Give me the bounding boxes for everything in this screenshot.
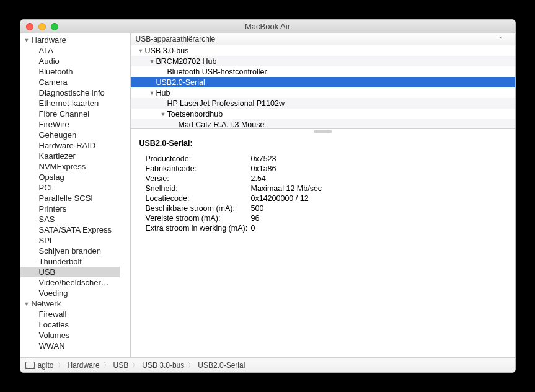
- disclosure-triangle-icon[interactable]: ▼: [138, 48, 145, 54]
- detail-key: Beschikbare stroom (mA):: [139, 203, 251, 213]
- breadcrumb-part[interactable]: USB2.0-Serial: [198, 361, 245, 370]
- tree-row[interactable]: ▼BRCM20702 Hub: [131, 56, 515, 66]
- sidebar-item[interactable]: FireWire: [20, 119, 120, 130]
- detail-key: Vereiste stroom (mA):: [139, 213, 251, 223]
- sidebar-category-label: Netwerk: [32, 299, 61, 308]
- detail-value: 2.54: [251, 174, 266, 184]
- sidebar-item[interactable]: Opslag: [20, 172, 120, 182]
- tree-row[interactable]: ▼Toetsenbordhub: [131, 109, 515, 119]
- minimize-icon[interactable]: [38, 23, 46, 30]
- detail-row: Locatiecode:0x14200000 / 12: [139, 194, 506, 203]
- sidebar-category-label: Hardware: [32, 35, 66, 45]
- sidebar-item[interactable]: PCI: [20, 182, 120, 193]
- sidebar-item[interactable]: SATA/SATA Express: [20, 225, 120, 235]
- detail-key: Snelheid:: [139, 184, 251, 194]
- tree-row[interactable]: Mad Catz R.A.T.3 Mouse: [131, 119, 515, 129]
- detail-value: 0x7523: [251, 154, 276, 164]
- sidebar-item[interactable]: Thunderbolt: [20, 256, 120, 267]
- detail-row: Extra stroom in werking (mA):0: [139, 223, 506, 233]
- traffic-lights: [20, 23, 58, 30]
- breadcrumb-part[interactable]: USB: [113, 361, 129, 370]
- chevron-right-icon: 〉: [131, 361, 139, 370]
- detail-key: Versie:: [139, 174, 251, 184]
- sidebar[interactable]: ▼HardwareATAAudioBluetoothCameraDiagnost…: [20, 33, 131, 357]
- detail-key: Locatiecode:: [139, 194, 251, 203]
- sidebar-item[interactable]: Camera: [20, 77, 120, 87]
- tree-row-label: Bluetooth USB-hostcontroller: [167, 68, 267, 76]
- window-title: MacBook Air: [20, 22, 515, 31]
- tree-row-label: BRCM20702 Hub: [156, 57, 217, 66]
- sidebar-item[interactable]: Firewall: [20, 309, 120, 319]
- sidebar-item[interactable]: Hardware-RAID: [20, 140, 120, 151]
- sidebar-item[interactable]: Video/beeldscher…: [20, 277, 120, 288]
- zoom-icon[interactable]: [51, 23, 58, 30]
- sidebar-item[interactable]: SAS: [20, 214, 120, 225]
- tree-row[interactable]: ▼Hub: [131, 87, 515, 98]
- sidebar-item[interactable]: Ethernet-kaarten: [20, 98, 120, 109]
- sidebar-item[interactable]: Parallelle SCSI: [20, 193, 120, 203]
- sidebar-item[interactable]: SPI: [20, 235, 120, 246]
- detail-row: Fabrikantcode:0x1a86: [139, 164, 506, 174]
- detail-row: Versie:2.54: [139, 174, 506, 184]
- detail-value: 0x14200000 / 12: [251, 194, 309, 203]
- detail-key: Productcode:: [139, 154, 251, 164]
- detail-value: 0x1a86: [251, 164, 276, 174]
- details-panel: USB2.0-Serial: Productcode:0x7523Fabrika…: [131, 134, 515, 357]
- tree-row-label: HP LaserJet Professional P1102w: [167, 99, 285, 108]
- disclosure-triangle-icon[interactable]: ▼: [161, 111, 167, 117]
- chevron-right-icon: 〉: [57, 361, 64, 370]
- detail-value: Maximaal 12 Mb/sec: [251, 184, 322, 194]
- tree-row-label: USB2.0-Serial: [156, 78, 205, 87]
- disclosure-triangle-icon[interactable]: ▼: [149, 90, 156, 96]
- sidebar-item[interactable]: Fibre Channel: [20, 109, 120, 119]
- sidebar-item[interactable]: Printers: [20, 203, 120, 214]
- breadcrumb-host[interactable]: agito: [38, 361, 54, 370]
- chevron-right-icon: 〉: [187, 361, 195, 370]
- sidebar-item[interactable]: Audio: [20, 56, 120, 66]
- detail-value: 0: [251, 223, 255, 233]
- grip-icon: [314, 130, 332, 133]
- detail-value: 500: [251, 203, 264, 213]
- tree-header[interactable]: USB-apparaathiërarchie ⌃: [131, 33, 515, 45]
- sidebar-item[interactable]: Schijven branden: [20, 246, 120, 256]
- sidebar-item[interactable]: Locaties: [20, 319, 120, 330]
- chevron-right-icon: 〉: [103, 361, 110, 370]
- details-title: USB2.0-Serial:: [139, 139, 506, 148]
- sidebar-item[interactable]: Volumes: [20, 330, 120, 341]
- sidebar-item[interactable]: ATA: [20, 45, 120, 56]
- sidebar-item[interactable]: Voeding: [20, 288, 120, 298]
- disclosure-triangle-icon: ▼: [24, 37, 30, 43]
- detail-key: Extra stroom in werking (mA):: [139, 223, 251, 233]
- detail-row: Vereiste stroom (mA):96: [139, 213, 506, 223]
- breadcrumb-part[interactable]: USB 3.0-bus: [142, 361, 184, 370]
- disclosure-triangle-icon: ▼: [24, 301, 30, 307]
- tree-header-label: USB-apparaathiërarchie: [136, 35, 216, 43]
- tree-row[interactable]: HP LaserJet Professional P1102w: [131, 98, 515, 109]
- sidebar-item[interactable]: Geheugen: [20, 130, 120, 140]
- tree-row-label: Toetsenbordhub: [167, 110, 223, 118]
- titlebar[interactable]: MacBook Air: [20, 20, 515, 33]
- breadcrumb-part[interactable]: Hardware: [68, 361, 100, 370]
- statusbar: agito 〉 Hardware 〉 USB 〉 USB 3.0-bus 〉 U…: [20, 357, 515, 372]
- sidebar-item[interactable]: NVMExpress: [20, 161, 120, 172]
- device-tree[interactable]: ▼USB 3.0-bus▼BRCM20702 HubBluetooth USB-…: [131, 45, 515, 129]
- sidebar-item[interactable]: USB: [20, 267, 120, 277]
- sidebar-item[interactable]: Kaartlezer: [20, 151, 120, 161]
- disclosure-triangle-icon[interactable]: ▼: [149, 58, 156, 65]
- system-information-window: MacBook Air ▼HardwareATAAudioBluetoothCa…: [20, 19, 516, 373]
- detail-row: Snelheid:Maximaal 12 Mb/sec: [139, 184, 506, 194]
- tree-row[interactable]: Bluetooth USB-hostcontroller: [131, 66, 515, 77]
- tree-row[interactable]: ▼USB 3.0-bus: [131, 45, 515, 56]
- main-panel: USB-apparaathiërarchie ⌃ ▼USB 3.0-bus▼BR…: [131, 33, 515, 357]
- sidebar-category[interactable]: ▼Netwerk: [20, 298, 130, 309]
- tree-row[interactable]: USB2.0-Serial: [131, 77, 515, 87]
- tree-row-label: Hub: [156, 89, 170, 97]
- sidebar-item[interactable]: Bluetooth: [20, 66, 120, 77]
- sort-caret-icon[interactable]: ⌃: [498, 36, 503, 43]
- sidebar-item[interactable]: Diagnostische info: [20, 87, 120, 98]
- detail-row: Productcode:0x7523: [139, 154, 506, 164]
- close-icon[interactable]: [26, 23, 33, 30]
- sidebar-item[interactable]: WWAN: [20, 341, 120, 351]
- sidebar-category[interactable]: ▼Hardware: [20, 35, 130, 45]
- split-handle[interactable]: [131, 129, 515, 134]
